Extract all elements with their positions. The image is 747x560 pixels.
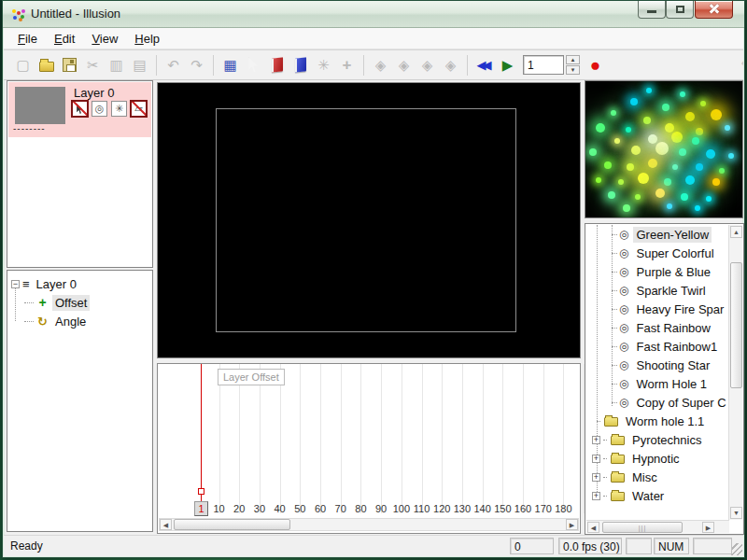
app-icon — [11, 7, 26, 22]
scroll-thumb[interactable] — [730, 262, 742, 388]
particle — [711, 109, 722, 120]
frame-tick-label: 100 — [390, 503, 413, 514]
redo-button[interactable]: ↷ — [185, 53, 208, 77]
tree-item-offset[interactable]: +Offset — [7, 293, 152, 312]
preset-item[interactable]: +Pyrotechnics — [586, 430, 728, 449]
scroll-down-button[interactable]: ▼ — [730, 507, 742, 519]
open-button[interactable] — [35, 53, 58, 77]
no-render-button[interactable]: ▱ — [131, 101, 147, 117]
layers-panel: Layer 0 ◎✳▱ -------- — [7, 80, 153, 268]
timeline-panel[interactable]: Layer Offset 1 ◀ ▶ 102030405060708090100… — [157, 363, 581, 534]
move-tool-button[interactable]: + — [335, 53, 359, 77]
star-button[interactable]: ✳ — [111, 101, 127, 117]
key-up-button[interactable]: ◈ — [392, 53, 416, 77]
pointer-tool-button[interactable] — [242, 53, 265, 77]
keyframe-marker[interactable] — [198, 488, 204, 495]
preset-item[interactable]: ◎Fast Rainbow1 — [586, 337, 728, 356]
preset-item[interactable]: ◎Fast Rainbow — [586, 318, 728, 337]
copy-button[interactable]: ▥ — [105, 53, 128, 77]
preset-item[interactable]: ◎Shooting Star — [586, 356, 728, 374]
menu-view[interactable]: View — [83, 29, 126, 49]
paste-button[interactable]: ▤ — [128, 53, 151, 77]
frame-value[interactable]: 1 — [523, 55, 564, 75]
frame-spinbox[interactable]: 1▴▾ — [523, 55, 580, 75]
preset-item[interactable]: +Misc — [586, 468, 728, 486]
tree-item-layer0[interactable]: −≡Layer 0 — [7, 274, 152, 293]
spin-up-button[interactable]: ▴ — [566, 55, 580, 64]
frame-tick-label: 60 — [309, 503, 331, 514]
tree-label: Offset — [52, 295, 90, 311]
record-icon: ● — [590, 55, 600, 76]
menu-file[interactable]: File — [9, 29, 46, 49]
save-button[interactable] — [58, 53, 81, 77]
particle — [706, 196, 712, 202]
preset-item[interactable]: ◎Sparkle Twirl — [586, 281, 728, 300]
timeline-gridline — [381, 364, 382, 513]
expand-box[interactable]: + — [592, 492, 600, 500]
timeline-gridline — [341, 364, 342, 513]
preset-item[interactable]: ◎Worm Hole 1 — [586, 374, 728, 393]
timeline-gridline — [563, 364, 564, 513]
frame-tick-label: 110 — [411, 503, 433, 514]
sparkle-tool-button[interactable]: ✳ — [312, 53, 335, 77]
key-next-button[interactable]: ◈ — [439, 53, 462, 77]
current-frame-indicator[interactable]: 1 — [194, 501, 208, 516]
new-button[interactable]: ▢ — [11, 53, 35, 77]
layer-row[interactable]: Layer 0 ◎✳▱ -------- — [8, 82, 151, 137]
close-button[interactable] — [695, 1, 733, 19]
expand-box[interactable]: + — [592, 473, 600, 482]
preset-item[interactable]: ◎Copy of Super C — [586, 393, 728, 412]
preset-icon: ◎ — [619, 246, 628, 259]
cut-button[interactable]: ✂ — [81, 53, 105, 77]
undo-button[interactable]: ↶ — [162, 53, 185, 77]
expand-box[interactable]: + — [592, 436, 600, 444]
scroll-up-button[interactable]: ▲ — [730, 226, 742, 238]
particle — [662, 104, 669, 111]
preset-item[interactable]: ◎Heavy Fire Spar — [586, 300, 728, 318]
timeline-gridline — [483, 364, 484, 513]
timeline-hscrollbar[interactable]: ◀ ▶ — [159, 518, 579, 531]
layers-icon: ≡ — [22, 277, 30, 291]
play-button[interactable]: ▶ — [496, 53, 519, 77]
scroll-left-button[interactable]: ◀ — [587, 522, 599, 533]
rewind-button[interactable]: ◀◀ — [472, 53, 496, 77]
scroll-right-button[interactable]: ▶ — [566, 519, 578, 530]
preset-item[interactable]: Worm hole 1.1 — [586, 412, 728, 430]
maximize-button[interactable] — [666, 1, 694, 19]
menu-edit[interactable]: Edit — [46, 29, 83, 49]
spin-down-button[interactable]: ▾ — [566, 65, 580, 75]
preset-item[interactable]: ◎Purple & Blue — [586, 262, 728, 281]
record-button[interactable]: ● — [584, 53, 607, 77]
presets-hscrollbar[interactable]: ◀ ||| ▶ — [586, 520, 729, 533]
target-button[interactable]: ◎ — [92, 101, 107, 117]
tree-item-angle[interactable]: ↻Angle — [7, 312, 152, 330]
key-down-button[interactable]: ◈ — [416, 53, 439, 77]
timeline-track-label: Layer Offset — [218, 369, 285, 385]
minimize-button[interactable] — [638, 1, 666, 19]
scroll-right-button[interactable]: ▶ — [702, 522, 714, 533]
key-prev-button[interactable]: ◈ — [369, 53, 392, 77]
emitter-blue-button[interactable] — [289, 53, 312, 77]
preset-item[interactable]: +Water — [586, 486, 728, 505]
preset-label: Worm hole 1.1 — [623, 413, 707, 429]
no-select-button[interactable] — [72, 101, 88, 117]
stage-bounds-rect — [216, 108, 516, 332]
copy-icon: ▥ — [109, 57, 122, 74]
menu-help[interactable]: Help — [126, 29, 168, 49]
scroll-thumb[interactable] — [174, 519, 290, 530]
preset-item[interactable]: ◎Green-Yellow — [586, 225, 728, 244]
presets-vscrollbar[interactable]: ▲ ▼ — [728, 225, 742, 520]
preset-icon: ◎ — [619, 284, 628, 297]
emitter-red-button[interactable] — [265, 53, 289, 77]
expand-box[interactable]: + — [592, 455, 600, 463]
particle — [692, 137, 699, 145]
scroll-left-button[interactable]: ◀ — [160, 519, 172, 530]
stage-canvas[interactable] — [157, 82, 581, 358]
preset-item[interactable]: ◎Super Colorful — [586, 244, 728, 262]
particle — [665, 123, 674, 133]
titlebar[interactable]: Untitled - Illusion — [3, 1, 744, 28]
scroll-thumb[interactable]: ||| — [602, 522, 683, 533]
library-button[interactable]: ▦ — [218, 53, 242, 77]
preset-item[interactable]: +Hypnotic — [586, 449, 728, 468]
new-icon: ▢ — [16, 57, 29, 74]
